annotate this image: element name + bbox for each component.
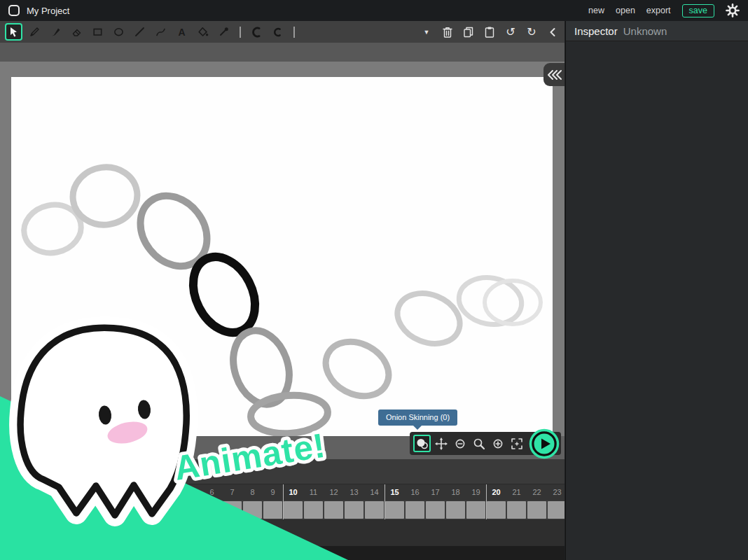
onion-skin-ellipse — [317, 331, 399, 407]
timeline-frame-cell[interactable] — [426, 501, 445, 519]
open-button[interactable]: open — [616, 6, 635, 15]
pencil-icon — [29, 26, 41, 38]
timeline-frame-number[interactable]: 13 — [344, 484, 364, 500]
project-title: My Project — [27, 6, 69, 16]
timeline-frame-number[interactable]: 22 — [527, 484, 547, 500]
delete-button[interactable] — [441, 24, 454, 40]
timeline-frame-cell[interactable] — [223, 501, 242, 519]
timeline-frame-number[interactable]: 16 — [405, 484, 425, 500]
timeline-frame-number[interactable]: 19 — [466, 484, 486, 500]
settings-button[interactable] — [726, 4, 740, 18]
tool-ellipse-button[interactable] — [110, 23, 127, 41]
tool-brush-button[interactable] — [47, 23, 64, 41]
timeline-frame-cell[interactable] — [284, 501, 303, 519]
titlebar-actions: new open export save — [588, 4, 740, 18]
timeline-frame-cell[interactable] — [202, 501, 221, 519]
timeline-frame-numbers[interactable]: 1234567891011121314151617181920212223 — [0, 484, 565, 500]
brush-size-small-button[interactable] — [269, 23, 286, 41]
onion-skin-ellipse — [390, 284, 468, 353]
pan-tool-button[interactable] — [432, 435, 450, 452]
timeline-frame-number[interactable]: 20 — [486, 484, 506, 500]
timeline-frame-cell[interactable] — [162, 501, 181, 519]
paste-button[interactable] — [483, 24, 496, 40]
timeline-frame-cell[interactable] — [365, 501, 384, 519]
timeline-frame-number[interactable]: 11 — [303, 484, 324, 500]
timeline-frame-cell[interactable] — [507, 501, 526, 519]
canvas-panel-collapse-button[interactable] — [543, 63, 565, 86]
timeline-controls-strip — [0, 459, 565, 484]
tool-text-button[interactable]: A — [173, 23, 191, 41]
timeline-frame-number[interactable]: 4 — [161, 484, 181, 500]
tool-path-button[interactable] — [152, 23, 169, 41]
timeline-frame-number[interactable]: 10 — [283, 484, 303, 500]
brush-size-large-button[interactable] — [248, 23, 265, 41]
zoom-tool-button[interactable] — [470, 435, 487, 452]
redo-button[interactable]: ↻ — [525, 24, 538, 40]
tool-line-button[interactable] — [131, 23, 148, 41]
undo-icon: ↺ — [506, 27, 515, 38]
fit-to-screen-button[interactable] — [508, 435, 525, 452]
timeline-frame-cell[interactable] — [263, 501, 282, 519]
timeline-frame-number[interactable]: 14 — [364, 484, 385, 500]
eraser-icon — [71, 26, 83, 38]
timeline-frame-number[interactable]: 9 — [263, 484, 283, 500]
tool-rectangle-button[interactable] — [89, 23, 106, 41]
timeline-frame-number[interactable]: 18 — [445, 484, 466, 500]
timeline-frame-number[interactable]: 2 — [120, 484, 141, 500]
open-circle-small-icon — [272, 26, 284, 38]
zoom-out-button[interactable] — [451, 435, 469, 452]
undo-button[interactable]: ↺ — [504, 24, 517, 40]
redo-icon: ↻ — [527, 27, 536, 38]
timeline-frame-cell[interactable] — [466, 501, 485, 519]
timeline-frames-track[interactable] — [0, 500, 565, 519]
timeline-frame-number[interactable]: 21 — [506, 484, 527, 500]
timeline-footer — [0, 546, 565, 560]
onion-skinning-toggle[interactable] — [413, 435, 431, 452]
timeline-frame-cell[interactable] — [446, 501, 465, 519]
timeline-frame-number[interactable]: 15 — [385, 484, 405, 500]
timeline-frame-number[interactable]: 7 — [222, 484, 242, 500]
tool-select-button[interactable] — [5, 23, 22, 41]
export-button[interactable]: export — [646, 6, 671, 15]
timeline-frame-number[interactable]: 23 — [547, 484, 565, 500]
save-button[interactable]: save — [682, 4, 714, 18]
timeline-frame-cell[interactable] — [243, 501, 262, 519]
inspector-body — [566, 41, 748, 559]
timeline-frame-number[interactable]: 6 — [202, 484, 222, 500]
timeline-frame-number[interactable]: 3 — [141, 484, 161, 500]
timeline-frame-cell[interactable] — [385, 501, 404, 519]
tool-pencil-button[interactable] — [26, 23, 43, 41]
timeline-frame-cell[interactable] — [487, 501, 506, 519]
timeline-frame-cell[interactable] — [304, 501, 323, 519]
timeline-frame-cell[interactable] — [101, 501, 120, 519]
text-tool-icon: A — [178, 27, 185, 37]
timeline-frame-number[interactable]: 12 — [324, 484, 344, 500]
zoom-in-button[interactable] — [489, 435, 506, 452]
animation-editor-app: My Project new open export save — [0, 0, 748, 560]
zoom-out-icon — [453, 437, 467, 451]
timeline-frame-cell[interactable] — [406, 501, 424, 519]
tool-eraser-button[interactable] — [68, 23, 85, 41]
triple-chevron-left-icon — [545, 68, 563, 82]
timeline-frame-cell[interactable] — [324, 501, 343, 519]
tool-fill-button[interactable] — [194, 23, 212, 41]
ellipse-icon — [113, 26, 125, 38]
timeline-frame-number[interactable]: 8 — [242, 484, 263, 500]
copy-button[interactable] — [462, 24, 475, 40]
timeline-frame-cell[interactable] — [141, 501, 160, 519]
timeline-frame-cell[interactable] — [121, 501, 140, 519]
timeline-frame-number[interactable]: 17 — [425, 484, 445, 500]
play-button[interactable] — [529, 428, 560, 459]
timeline-frame-cell[interactable] — [182, 501, 201, 519]
timeline-frame-cell[interactable] — [345, 501, 363, 519]
timeline-emphasis-tick — [283, 484, 284, 519]
more-options-button[interactable]: ▼ — [420, 24, 433, 40]
inspector-collapse-button[interactable] — [546, 24, 559, 40]
new-button[interactable]: new — [588, 6, 604, 15]
magnifier-icon — [472, 437, 486, 451]
tool-eyedropper-button[interactable] — [215, 23, 233, 41]
timeline-frame-number[interactable]: 5 — [181, 484, 202, 500]
timeline-frame-cell[interactable] — [527, 501, 546, 519]
timeline-frame-cell[interactable] — [548, 501, 565, 519]
timeline-frame-number[interactable]: 1 — [100, 484, 120, 500]
